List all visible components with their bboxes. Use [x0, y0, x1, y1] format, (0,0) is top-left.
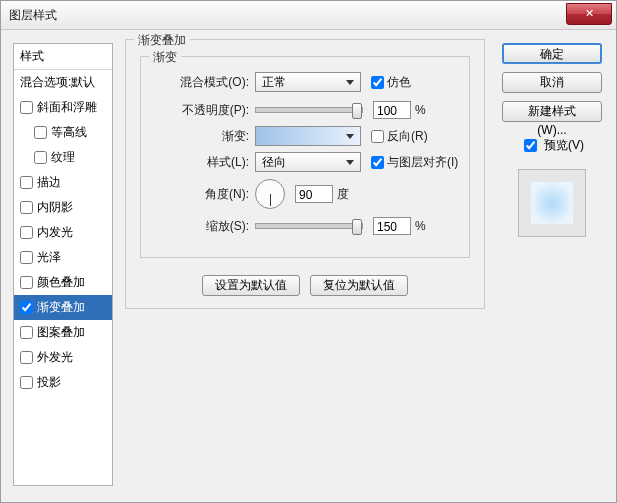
opacity-thumb[interactable]: [352, 103, 362, 119]
opacity-unit: %: [415, 103, 426, 117]
close-icon: ✕: [585, 7, 594, 19]
angle-label: 角度(N):: [141, 186, 255, 203]
dither-checkbox[interactable]: 仿色: [371, 74, 411, 91]
gradient-overlay-group: 渐变叠加 渐变 混合模式(O): 正常 仿色 不透明度(P):: [125, 39, 485, 309]
style-item-11[interactable]: 投影: [14, 370, 112, 395]
preview-box: [518, 169, 586, 237]
gradient-picker[interactable]: [255, 126, 361, 146]
style-combo[interactable]: 径向: [255, 152, 361, 172]
dither-label: 仿色: [387, 74, 411, 91]
style-item-4[interactable]: 内阴影: [14, 195, 112, 220]
style-item-checkbox[interactable]: [20, 376, 33, 389]
styles-header[interactable]: 样式: [14, 44, 112, 70]
opacity-input[interactable]: 100: [373, 101, 411, 119]
preview-input[interactable]: [524, 139, 537, 152]
style-item-label: 颜色叠加: [37, 274, 85, 291]
blend-options-item[interactable]: 混合选项:默认: [14, 70, 112, 95]
reverse-input[interactable]: [371, 130, 384, 143]
reverse-label: 反向(R): [387, 128, 428, 145]
style-item-2[interactable]: 纹理: [14, 145, 112, 170]
titlebar: 图层样式 ✕: [1, 1, 616, 30]
angle-unit: 度: [337, 186, 349, 203]
style-value: 径向: [262, 154, 286, 171]
style-item-10[interactable]: 外发光: [14, 345, 112, 370]
style-item-3[interactable]: 描边: [14, 170, 112, 195]
style-item-checkbox[interactable]: [20, 276, 33, 289]
layer-style-dialog: 图层样式 ✕ 样式 混合选项:默认 斜面和浮雕等高线纹理描边内阴影内发光光泽颜色…: [0, 0, 617, 503]
style-item-label: 纹理: [51, 149, 75, 166]
style-item-7[interactable]: 颜色叠加: [14, 270, 112, 295]
style-item-label: 描边: [37, 174, 61, 191]
style-item-8[interactable]: 渐变叠加: [14, 295, 112, 320]
opacity-label: 不透明度(P):: [141, 102, 255, 119]
style-item-checkbox[interactable]: [20, 351, 33, 364]
gradient-inner-group: 渐变 混合模式(O): 正常 仿色 不透明度(P):: [140, 56, 470, 258]
style-item-label: 图案叠加: [37, 324, 85, 341]
dither-input[interactable]: [371, 76, 384, 89]
style-item-9[interactable]: 图案叠加: [14, 320, 112, 345]
new-style-button[interactable]: 新建样式(W)...: [502, 101, 602, 122]
blend-mode-value: 正常: [262, 74, 286, 91]
preview-label: 预览(V): [544, 137, 584, 154]
angle-dial[interactable]: [255, 179, 285, 209]
style-label: 样式(L):: [141, 154, 255, 171]
blend-mode-label: 混合模式(O):: [141, 74, 255, 91]
blend-options-label: 混合选项:默认: [20, 74, 95, 91]
align-checkbox[interactable]: 与图层对齐(I): [371, 154, 458, 171]
make-default-button[interactable]: 设置为默认值: [202, 275, 300, 296]
style-item-checkbox[interactable]: [20, 226, 33, 239]
scale-input[interactable]: 150: [373, 217, 411, 235]
chevron-down-icon: [346, 160, 354, 165]
scale-slider[interactable]: [255, 223, 363, 229]
close-button[interactable]: ✕: [566, 3, 612, 25]
window-title: 图层样式: [1, 7, 57, 24]
scale-label: 缩放(S):: [141, 218, 255, 235]
style-item-checkbox[interactable]: [20, 201, 33, 214]
style-item-label: 外发光: [37, 349, 73, 366]
style-item-checkbox[interactable]: [20, 101, 33, 114]
style-item-checkbox[interactable]: [20, 326, 33, 339]
style-item-checkbox[interactable]: [20, 176, 33, 189]
group-title: 渐变叠加: [134, 32, 190, 49]
style-item-5[interactable]: 内发光: [14, 220, 112, 245]
style-item-6[interactable]: 光泽: [14, 245, 112, 270]
reverse-checkbox[interactable]: 反向(R): [371, 128, 428, 145]
dialog-body: 样式 混合选项:默认 斜面和浮雕等高线纹理描边内阴影内发光光泽颜色叠加渐变叠加图…: [1, 29, 616, 502]
style-item-0[interactable]: 斜面和浮雕: [14, 95, 112, 120]
style-item-checkbox[interactable]: [20, 301, 33, 314]
angle-needle: [270, 194, 271, 206]
style-item-label: 投影: [37, 374, 61, 391]
chevron-down-icon: [346, 134, 354, 139]
style-item-checkbox[interactable]: [34, 151, 47, 164]
style-item-checkbox[interactable]: [34, 126, 47, 139]
style-item-label: 内阴影: [37, 199, 73, 216]
ok-button[interactable]: 确定: [502, 43, 602, 64]
right-column: 确定 取消 新建样式(W)... 预览(V): [502, 43, 602, 237]
preview-swatch: [531, 182, 573, 224]
scale-unit: %: [415, 219, 426, 233]
inner-title: 渐变: [149, 49, 181, 66]
style-item-label: 斜面和浮雕: [37, 99, 97, 116]
align-label: 与图层对齐(I): [387, 154, 458, 171]
angle-input[interactable]: 90: [295, 185, 333, 203]
align-input[interactable]: [371, 156, 384, 169]
chevron-down-icon: [346, 80, 354, 85]
reset-default-button[interactable]: 复位为默认值: [310, 275, 408, 296]
scale-thumb[interactable]: [352, 219, 362, 235]
style-item-1[interactable]: 等高线: [14, 120, 112, 145]
style-item-label: 内发光: [37, 224, 73, 241]
style-item-label: 渐变叠加: [37, 299, 85, 316]
style-item-label: 光泽: [37, 249, 61, 266]
blend-mode-combo[interactable]: 正常: [255, 72, 361, 92]
cancel-button[interactable]: 取消: [502, 72, 602, 93]
style-item-checkbox[interactable]: [20, 251, 33, 264]
style-item-label: 等高线: [51, 124, 87, 141]
styles-list: 样式 混合选项:默认 斜面和浮雕等高线纹理描边内阴影内发光光泽颜色叠加渐变叠加图…: [13, 43, 113, 486]
gradient-label: 渐变:: [141, 128, 255, 145]
preview-checkbox[interactable]: 预览(V): [502, 136, 602, 155]
opacity-slider[interactable]: [255, 107, 363, 113]
